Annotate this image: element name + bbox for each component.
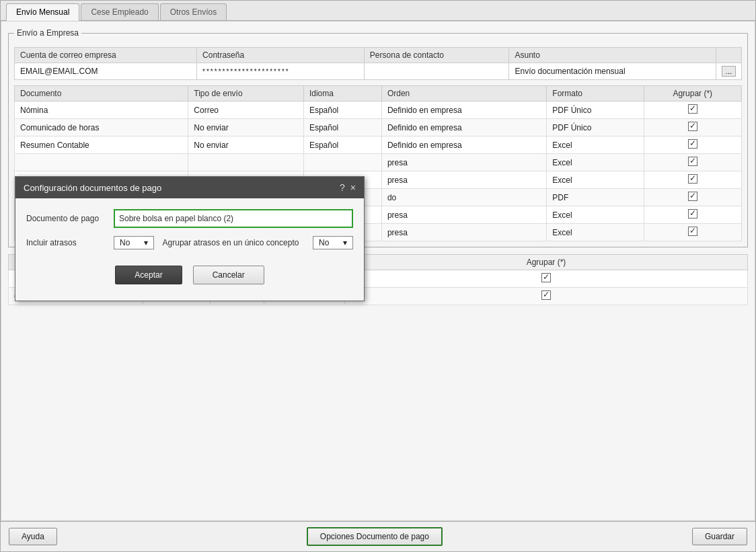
cell-formato: PDF Único: [547, 102, 644, 119]
documento-pago-row: Documento de pago: [26, 209, 353, 228]
cell-formato: Excel: [547, 136, 644, 154]
asunto-ellipsis-button[interactable]: ...: [722, 66, 736, 77]
cell-idioma: Español: [303, 136, 381, 154]
agrupar-atrasos-value: No: [319, 238, 329, 247]
incluir-atrasos-select[interactable]: No ▾: [114, 236, 154, 249]
cell-formato: Excel: [547, 224, 644, 241]
cell-idioma: Español: [303, 102, 381, 119]
cell-formato: Excel: [547, 206, 644, 224]
ayuda-button[interactable]: Ayuda: [9, 528, 57, 545]
incluir-atrasos-chevron: ▾: [144, 238, 148, 247]
docs-table-row: Resumen Contable No enviar Español Defin…: [15, 136, 742, 154]
documento-pago-label: Documento de pago: [26, 214, 114, 223]
contact-value: [364, 63, 509, 80]
modal-help-button[interactable]: ?: [340, 182, 345, 193]
cell-orden: Definido en empresa: [381, 119, 546, 136]
email-value: EMAIL@EMAIL.COM: [15, 63, 197, 80]
modal-close-button[interactable]: ×: [350, 182, 356, 193]
docs-table-row: Comunicado de horas No enviar Español De…: [15, 119, 742, 136]
cell-agrupar[interactable]: [644, 102, 741, 119]
cell-orden: Definido en empresa: [381, 136, 546, 154]
cell-formato: Excel: [547, 154, 644, 171]
main-window: Envío Mensual Cese Empleado Otros Envíos…: [0, 0, 756, 552]
cancelar-button[interactable]: Cancelar: [193, 266, 264, 284]
col-cuenta: Cuenta de correo empresa: [15, 48, 197, 63]
modal-buttons: Aceptar Cancelar: [26, 260, 353, 290]
modal-controls: ? ×: [340, 182, 356, 193]
section-legend-title: Envío a Empresa: [14, 28, 81, 38]
email-row: EMAIL@EMAIL.COM ********************** E…: [15, 63, 742, 80]
footer-bar: Ayuda Opciones Documento de pago Guardar: [1, 521, 755, 551]
cell-agrupar[interactable]: [644, 154, 741, 171]
agrupar-checkbox[interactable]: [688, 227, 697, 236]
incluir-atrasos-row: Incluir atrasos No ▾ Agrupar atrasos en …: [26, 236, 353, 249]
cell-tipo: No enviar: [188, 119, 304, 136]
cell-formato: PDF Único: [547, 119, 644, 136]
doc-col-tipo: Tipo de envío: [188, 86, 304, 102]
col-asunto-action: [716, 48, 741, 63]
modal-title: Configuración documentos de pago: [24, 183, 161, 193]
cell-formato: Excel: [547, 171, 644, 189]
doc-col-orden: Orden: [381, 86, 546, 102]
doc-col-idioma: Idioma: [303, 86, 381, 102]
documento-pago-input[interactable]: [115, 212, 352, 225]
cell-agrupar[interactable]: [644, 119, 741, 136]
cell-tipo: No enviar: [188, 136, 304, 154]
s-cell-agrupar[interactable]: [345, 288, 748, 305]
email-table: Cuenta de correo empresa Contraseña Pers…: [14, 47, 742, 80]
agrupar-checkbox[interactable]: [688, 139, 697, 149]
password-value: **********************: [197, 63, 365, 80]
cell-documento: Nómina: [15, 102, 188, 119]
modal-body: Documento de pago Incluir atrasos No ▾ A…: [15, 198, 364, 301]
agrupar-checkbox[interactable]: [688, 122, 697, 131]
agrupar-atrasos-chevron: ▾: [343, 238, 347, 247]
s-agrupar-checkbox[interactable]: [541, 273, 551, 282]
cell-documento: Resumen Contable: [15, 136, 188, 154]
incluir-atrasos-label: Incluir atrasos: [26, 238, 114, 247]
password-dots: **********************: [202, 68, 290, 75]
opciones-documento-button[interactable]: Opciones Documento de pago: [307, 527, 443, 546]
cell-agrupar[interactable]: [644, 189, 741, 206]
agrupar-checkbox[interactable]: [688, 104, 697, 114]
cell-orden: presa: [381, 206, 546, 224]
cell-agrupar[interactable]: [644, 136, 741, 154]
content-area: Envío a Empresa Cuenta de correo empresa…: [1, 21, 755, 521]
agrupar-checkbox[interactable]: [688, 192, 697, 201]
cell-documento: [15, 154, 188, 171]
doc-col-formato: Formato: [547, 86, 644, 102]
agrupar-atrasos-select[interactable]: No ▾: [313, 236, 353, 249]
tab-cese-empleado[interactable]: Cese Empleado: [81, 3, 158, 20]
docs-table-row: Nómina Correo Español Definido en empres…: [15, 102, 742, 119]
tab-otros-envios[interactable]: Otros Envíos: [160, 3, 227, 20]
aceptar-button[interactable]: Aceptar: [115, 266, 182, 284]
cell-idioma: Español: [303, 119, 381, 136]
tab-bar: Envío Mensual Cese Empleado Otros Envíos: [1, 1, 755, 21]
agrupar-checkbox[interactable]: [688, 209, 697, 219]
cell-tipo: Correo: [188, 102, 304, 119]
cell-agrupar[interactable]: [644, 206, 741, 224]
guardar-button[interactable]: Guardar: [692, 528, 747, 545]
cell-formato: PDF: [547, 189, 644, 206]
modal-dialog: Configuración documentos de pago ? × Doc…: [15, 176, 365, 301]
col-asunto: Asunto: [509, 48, 716, 63]
cell-documento: Comunicado de horas: [15, 119, 188, 136]
asunto-btn-cell: ...: [716, 63, 741, 80]
modal-header: Configuración documentos de pago ? ×: [15, 177, 364, 198]
documento-pago-field[interactable]: [114, 209, 353, 228]
cell-orden: presa: [381, 224, 546, 241]
s-cell-agrupar[interactable]: [345, 270, 748, 288]
cell-agrupar[interactable]: [644, 171, 741, 189]
agrupar-checkbox[interactable]: [688, 174, 697, 184]
cell-orden: Definido en empresa: [381, 102, 546, 119]
cell-orden: presa: [381, 154, 546, 171]
cell-agrupar[interactable]: [644, 224, 741, 241]
agrupar-checkbox[interactable]: [688, 157, 697, 166]
col-contrasena: Contraseña: [197, 48, 365, 63]
doc-col-agrupar: Agrupar (*): [644, 86, 741, 102]
docs-table-row: presa Excel: [15, 154, 742, 171]
s-agrupar-checkbox[interactable]: [541, 290, 551, 300]
incluir-atrasos-value: No: [120, 238, 130, 247]
tab-envio-mensual[interactable]: Envío Mensual: [6, 3, 79, 21]
agrupar-atrasos-label: Agrupar atrasos en un único concepto: [154, 238, 307, 247]
cell-idioma: [303, 154, 381, 171]
